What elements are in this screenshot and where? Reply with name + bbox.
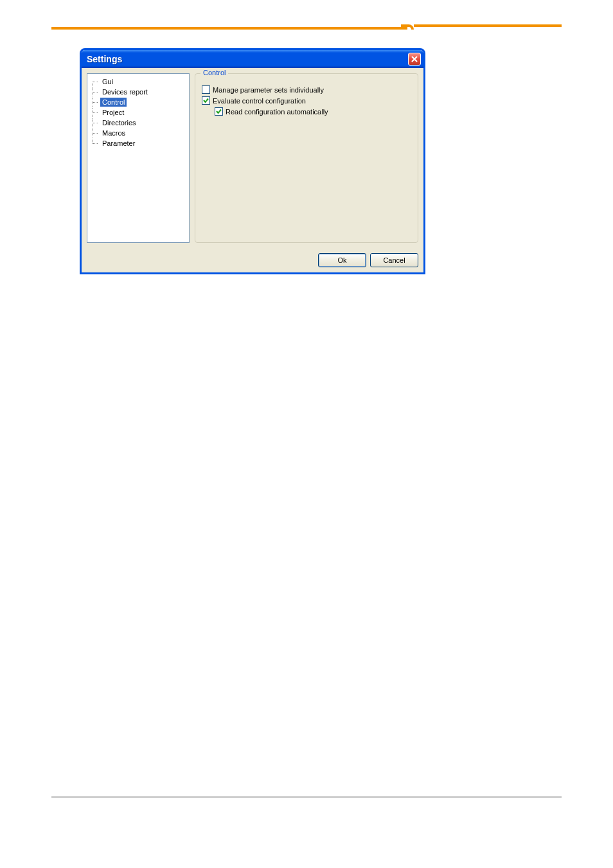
tree-connector-icon bbox=[89, 118, 100, 127]
settings-tree[interactable]: GuiDevices reportControlProjectDirectori… bbox=[87, 73, 190, 243]
checkbox-label[interactable]: Read configuration automatically bbox=[226, 108, 328, 116]
tree-item-project[interactable]: Project bbox=[89, 107, 188, 118]
tree-item-label: Gui bbox=[100, 77, 115, 86]
tree-connector-icon bbox=[89, 77, 100, 86]
tree-item-label: Control bbox=[100, 98, 127, 107]
control-groupbox: Control Manage parameter sets individual… bbox=[195, 73, 418, 243]
tree-item-label: Project bbox=[100, 108, 126, 117]
checkbox-label[interactable]: Manage parameter sets individually bbox=[213, 86, 324, 94]
check-icon bbox=[215, 108, 222, 115]
button-bar: Ok Cancel bbox=[82, 248, 423, 272]
content-panel: Control Manage parameter sets individual… bbox=[195, 73, 418, 243]
tree-item-macros[interactable]: Macros bbox=[89, 128, 188, 138]
tree-item-label: Macros bbox=[100, 128, 127, 137]
check-icon bbox=[202, 97, 209, 104]
option-row: Evaluate control configuration bbox=[202, 96, 411, 105]
checkbox[interactable] bbox=[202, 96, 210, 105]
tree-item-label: Parameter bbox=[100, 139, 137, 148]
option-row: Read configuration automatically bbox=[215, 107, 411, 116]
tree-item-control[interactable]: Control bbox=[89, 97, 188, 107]
dialog-body: GuiDevices reportControlProjectDirectori… bbox=[82, 68, 423, 248]
page-header-rule bbox=[51, 24, 562, 30]
settings-dialog: Settings GuiDevices reportControlProject… bbox=[80, 48, 425, 274]
tree-item-gui[interactable]: Gui bbox=[89, 76, 188, 87]
tree-connector-icon bbox=[89, 87, 100, 96]
tree-item-label: Directories bbox=[100, 118, 138, 127]
dialog-title: Settings bbox=[87, 54, 122, 64]
checkbox-label[interactable]: Evaluate control configuration bbox=[213, 97, 306, 105]
tree-connector-icon bbox=[89, 98, 100, 107]
tree-item-label: Devices report bbox=[100, 87, 150, 96]
tree-connector-icon bbox=[89, 139, 100, 148]
close-icon bbox=[411, 55, 418, 63]
cancel-button[interactable]: Cancel bbox=[370, 253, 418, 267]
option-row: Manage parameter sets individually bbox=[202, 85, 411, 94]
tree-item-devices-report[interactable]: Devices report bbox=[89, 87, 188, 97]
tree-item-parameter[interactable]: Parameter bbox=[89, 138, 188, 148]
tree-connector-icon bbox=[89, 108, 100, 117]
checkbox[interactable] bbox=[202, 85, 210, 94]
ok-button[interactable]: Ok bbox=[318, 253, 366, 267]
tree-item-directories[interactable]: Directories bbox=[89, 118, 188, 128]
checkbox[interactable] bbox=[215, 107, 223, 116]
page-footer-rule bbox=[51, 797, 562, 797]
titlebar[interactable]: Settings bbox=[82, 50, 423, 68]
tree-connector-icon bbox=[89, 128, 100, 137]
close-button[interactable] bbox=[408, 53, 421, 66]
groupbox-title: Control bbox=[200, 69, 228, 76]
